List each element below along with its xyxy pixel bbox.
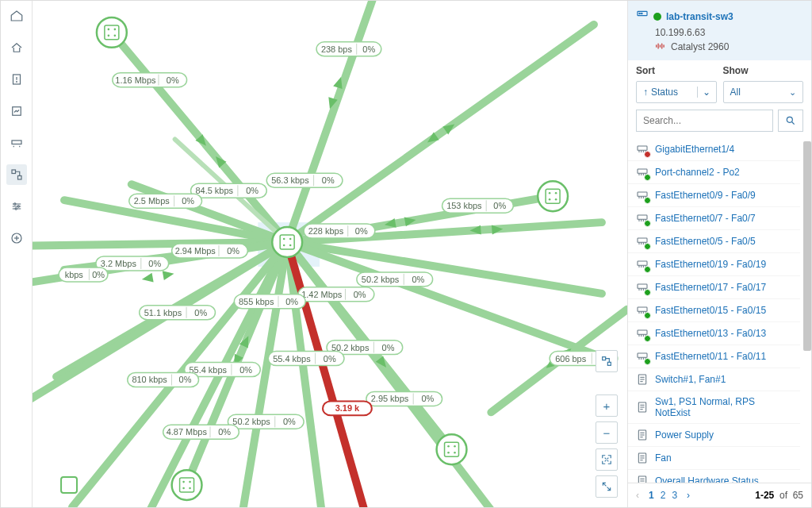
svg-text:1.16 Mbps: 1.16 Mbps (115, 75, 156, 85)
list-item[interactable]: GigabitEthernet1/4 (628, 138, 800, 161)
svg-text:3.2 Mbps: 3.2 Mbps (101, 259, 137, 268)
list-item[interactable]: FastEthernet0/11 - Fa0/11 (628, 345, 800, 368)
svg-text:0%: 0% (246, 186, 259, 195)
edge-label: 855 kbps0% (234, 294, 305, 309)
document-icon (636, 429, 649, 441)
chevron-down-icon: ⌄ (789, 87, 796, 98)
svg-rect-46 (61, 477, 77, 493)
svg-text:0%: 0% (227, 246, 239, 256)
layout-button[interactable] (596, 350, 618, 372)
svg-rect-184 (638, 307, 647, 311)
fullscreen-button[interactable] (596, 475, 618, 498)
edge-label: 153 kbps0% (442, 198, 514, 213)
search-button[interactable] (778, 110, 803, 132)
list-item[interactable]: FastEthernet0/19 - Fa0/19 (628, 253, 800, 276)
svg-text:kbps: kbps (65, 270, 84, 279)
svg-text:0%: 0% (92, 270, 105, 279)
topology-svg[interactable]: 238 bps0%1.16 Mbps0%56.3 kbps0%84.5 kbps… (33, 1, 627, 507)
svg-rect-8 (17, 176, 21, 180)
port-icon (636, 166, 649, 179)
node-center[interactable] (272, 227, 302, 257)
nav-topology-icon[interactable] (6, 164, 27, 185)
edge-label: 228 kbps0% (304, 224, 375, 238)
interface-list: GigabitEthernet1/4Port-channel2 - Po2Fas… (628, 138, 811, 483)
pager-next[interactable]: › (687, 490, 690, 501)
nav-add-icon[interactable] (6, 228, 27, 248)
svg-text:0%: 0% (322, 175, 335, 185)
svg-text:0%: 0% (355, 226, 368, 236)
port-icon (636, 143, 649, 156)
svg-text:810 kbps: 810 kbps (132, 375, 167, 384)
list-item[interactable]: FastEthernet0/17 - Fa0/17 (628, 276, 800, 299)
nav-device-icon[interactable] (6, 133, 27, 153)
svg-text:4.87 Mbps: 4.87 Mbps (167, 427, 208, 437)
node[interactable] (437, 434, 467, 464)
device-model: Catalyst 2960 (671, 41, 729, 52)
list-item[interactable]: Switch#1, Fan#1 (628, 368, 800, 391)
fit-button[interactable] (596, 448, 618, 471)
list-item[interactable]: FastEthernet0/15 - Fa0/15 (628, 299, 800, 322)
list-item[interactable]: FastEthernet0/9 - Fa0/9 (628, 184, 800, 207)
topology-canvas[interactable]: 238 bps0%1.16 Mbps0%56.3 kbps0%84.5 kbps… (33, 1, 627, 507)
list-item[interactable]: Port-channel2 - Po2 (628, 161, 800, 184)
svg-text:3.19 k: 3.19 k (335, 403, 360, 413)
edge-label: 810 kbps0% (128, 373, 199, 387)
svg-line-33 (287, 242, 602, 294)
scrollbar[interactable] (803, 141, 811, 479)
list-item-label: GigabitEthernet1/4 (655, 144, 734, 155)
svg-text:50.2 kbps: 50.2 kbps (362, 275, 400, 284)
port-icon (636, 212, 649, 225)
list-item-label: FastEthernet0/7 - Fa0/7 (655, 213, 756, 224)
zoom-in-button[interactable]: + (596, 394, 618, 417)
pager-prev[interactable]: ‹ (636, 490, 639, 501)
svg-rect-164 (638, 215, 647, 219)
list-item-label: Fan (655, 452, 672, 464)
node[interactable] (538, 181, 568, 211)
svg-text:855 kbps: 855 kbps (239, 297, 274, 306)
list-item[interactable]: FastEthernet0/13 - Fa0/13 (628, 322, 800, 345)
list-item-label: FastEthernet0/19 - Fa0/19 (655, 259, 766, 270)
list-item[interactable]: FastEthernet0/5 - Fa0/5 (628, 230, 800, 253)
nav-rail (1, 1, 33, 507)
svg-text:0%: 0% (283, 417, 296, 426)
pager-page[interactable]: 3 (672, 490, 677, 501)
pager-page[interactable]: 1 (649, 490, 654, 501)
svg-text:0%: 0% (354, 290, 366, 299)
svg-text:0%: 0% (421, 394, 434, 403)
show-select[interactable]: All ⌄ (723, 81, 804, 103)
list-item[interactable]: Sw1, PS1 Normal, RPS NotExist (628, 391, 800, 424)
nav-reports-icon[interactable] (6, 101, 27, 121)
svg-text:0%: 0% (194, 308, 207, 318)
list-item[interactable]: Power Supply (628, 424, 800, 447)
svg-rect-154 (638, 169, 647, 173)
sort-select[interactable]: ↑Status ⌄ (636, 81, 717, 103)
nav-settings-icon[interactable] (6, 196, 27, 217)
list-item[interactable]: Fan (628, 447, 800, 470)
node[interactable] (172, 470, 202, 500)
edge-label: 84.5 kbps0% (191, 183, 267, 198)
node[interactable] (97, 17, 127, 48)
list-item[interactable]: Overall Hardware Status (628, 470, 800, 483)
list-item-label: FastEthernet0/5 - Fa0/5 (655, 236, 756, 247)
chevron-down-icon[interactable]: ⌄ (697, 87, 716, 98)
svg-rect-215 (638, 476, 645, 483)
svg-text:0%: 0% (148, 259, 161, 268)
svg-rect-4 (12, 140, 21, 144)
pager: ‹ 123 › 1-25 of 65 (628, 483, 811, 507)
pager-page[interactable]: 2 (661, 490, 666, 501)
edge-label: 3.19 k (323, 401, 372, 415)
svg-point-11 (15, 208, 17, 210)
search-input[interactable] (636, 110, 773, 132)
zoom-out-button[interactable]: − (596, 421, 618, 444)
edge-label: 50.2 kbps0% (228, 414, 304, 429)
port-icon (636, 281, 649, 294)
scrollbar-thumb[interactable] (803, 141, 811, 351)
list-item-label: FastEthernet0/9 - Fa0/9 (655, 190, 756, 201)
list-item[interactable]: FastEthernet0/7 - Fa0/7 (628, 207, 800, 230)
nav-home-icon[interactable] (6, 6, 27, 26)
device-status-dot (653, 13, 661, 21)
nav-alerts-icon[interactable] (6, 69, 27, 90)
svg-text:50.2 kbps: 50.2 kbps (331, 343, 370, 352)
list-item-label: Switch#1, Fan#1 (655, 374, 726, 385)
nav-dashboard-icon[interactable] (6, 37, 27, 58)
